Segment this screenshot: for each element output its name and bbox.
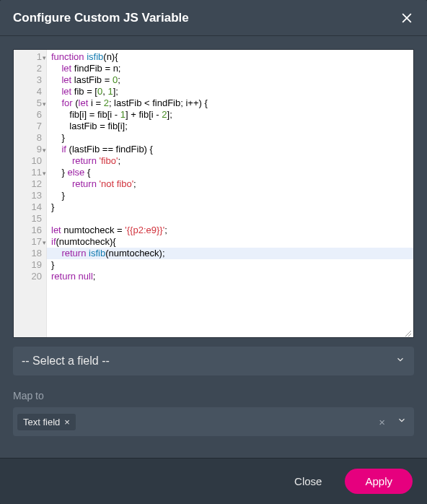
- code-line[interactable]: }: [51, 132, 413, 144]
- code-line[interactable]: } else {: [51, 167, 413, 178]
- field-select[interactable]: -- Select a field --: [13, 347, 414, 375]
- code-line[interactable]: lastFib = fib[i];: [51, 121, 413, 132]
- fold-icon[interactable]: ▾: [43, 168, 46, 179]
- modal-footer: Close Apply: [0, 458, 427, 504]
- editor-gutter: 1▾2345▾6789▾1011▾121314151617▾181920: [14, 50, 47, 337]
- code-line[interactable]: function isfib(n){: [51, 51, 413, 63]
- code-line[interactable]: return 'not fibo';: [51, 178, 413, 190]
- code-line[interactable]: let fib = [0, 1];: [51, 86, 413, 97]
- apply-button[interactable]: Apply: [345, 469, 413, 494]
- code-line[interactable]: }: [51, 190, 413, 201]
- resize-handle-icon[interactable]: [405, 329, 412, 336]
- map-chip-label: Text field: [23, 417, 60, 427]
- code-line[interactable]: fib[i] = fib[i - 1] + fib[i - 2];: [51, 109, 413, 121]
- code-line[interactable]: let lastFib = 0;: [51, 74, 413, 86]
- code-line[interactable]: }: [51, 201, 413, 213]
- code-line[interactable]: if(numtocheck){: [51, 236, 413, 248]
- code-line[interactable]: if (lastFib == findFib) {: [51, 144, 413, 155]
- code-line[interactable]: [51, 213, 413, 225]
- code-line[interactable]: }: [51, 259, 413, 271]
- code-line[interactable]: return 'fibo';: [51, 155, 413, 167]
- fold-icon[interactable]: ▾: [43, 144, 46, 156]
- map-to-label: Map to: [13, 390, 414, 401]
- code-line[interactable]: for (let i = 2; lastFib < findFib; i++) …: [51, 97, 413, 109]
- editor-code[interactable]: function isfib(n){ let findFib = n; let …: [47, 50, 413, 337]
- code-line[interactable]: let findFib = n;: [51, 63, 413, 74]
- modal-body: 1▾2345▾6789▾1011▾121314151617▾181920 fun…: [0, 36, 427, 458]
- fold-icon[interactable]: ▾: [43, 237, 46, 248]
- chevron-down-icon[interactable]: [397, 415, 407, 428]
- chevron-down-icon: [395, 355, 405, 368]
- fold-icon[interactable]: ▾: [43, 52, 46, 64]
- map-to-input[interactable]: Text field × ×: [13, 407, 414, 436]
- chip-remove-icon[interactable]: ×: [64, 417, 70, 427]
- close-button[interactable]: Close: [284, 469, 332, 493]
- modal-header: Configure Custom JS Variable: [0, 0, 427, 36]
- fold-icon[interactable]: ▾: [43, 98, 46, 110]
- code-editor[interactable]: 1▾2345▾6789▾1011▾121314151617▾181920 fun…: [13, 49, 414, 338]
- field-select-placeholder: -- Select a field --: [22, 355, 110, 368]
- clear-icon[interactable]: ×: [379, 416, 385, 428]
- modal-title: Configure Custom JS Variable: [13, 11, 189, 25]
- code-line[interactable]: let numtocheck = '{{p2:e9}}';: [51, 225, 413, 236]
- close-icon[interactable]: [400, 11, 414, 25]
- configure-js-variable-modal: Configure Custom JS Variable 1▾2345▾6789…: [0, 0, 427, 504]
- code-line[interactable]: return null;: [51, 271, 413, 282]
- code-line[interactable]: return isfib(numtocheck);: [47, 248, 413, 259]
- map-chip: Text field ×: [17, 414, 76, 430]
